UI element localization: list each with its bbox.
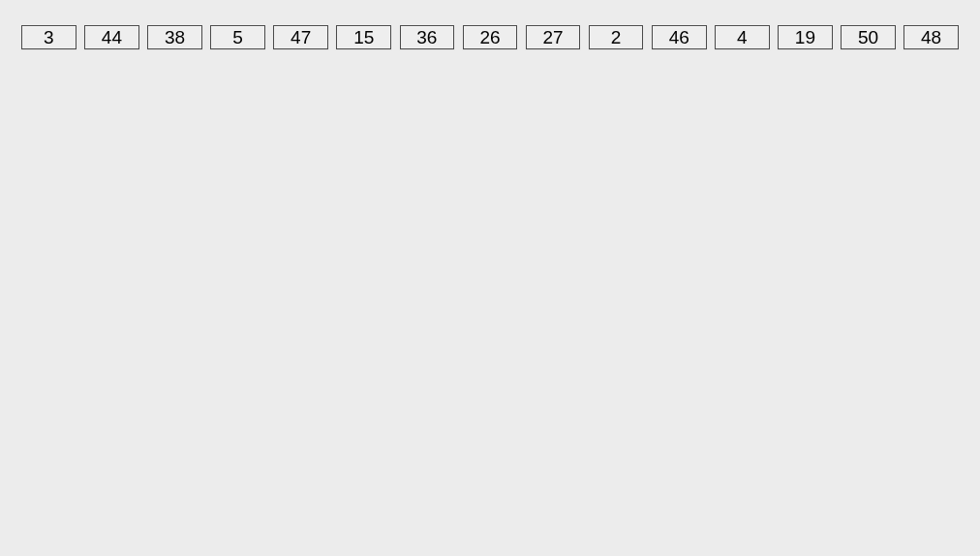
number-cell[interactable]: 47 [273,25,328,49]
number-cell[interactable]: 26 [463,25,518,49]
number-cell[interactable]: 50 [841,25,896,49]
number-row: 3 44 38 5 47 15 36 26 27 2 46 4 19 50 48 [0,0,980,49]
number-cell[interactable]: 46 [652,25,707,49]
number-cell[interactable]: 48 [903,25,959,49]
number-cell[interactable]: 44 [84,25,139,49]
number-cell[interactable]: 4 [715,25,770,49]
number-cell[interactable]: 19 [778,25,833,49]
number-cell[interactable]: 36 [400,25,455,49]
number-cell[interactable]: 27 [526,25,581,49]
number-cell[interactable]: 2 [589,25,644,49]
number-cell[interactable]: 5 [210,25,265,49]
number-cell[interactable]: 15 [336,25,391,49]
number-cell[interactable]: 38 [147,25,202,49]
number-cell[interactable]: 3 [21,25,77,49]
